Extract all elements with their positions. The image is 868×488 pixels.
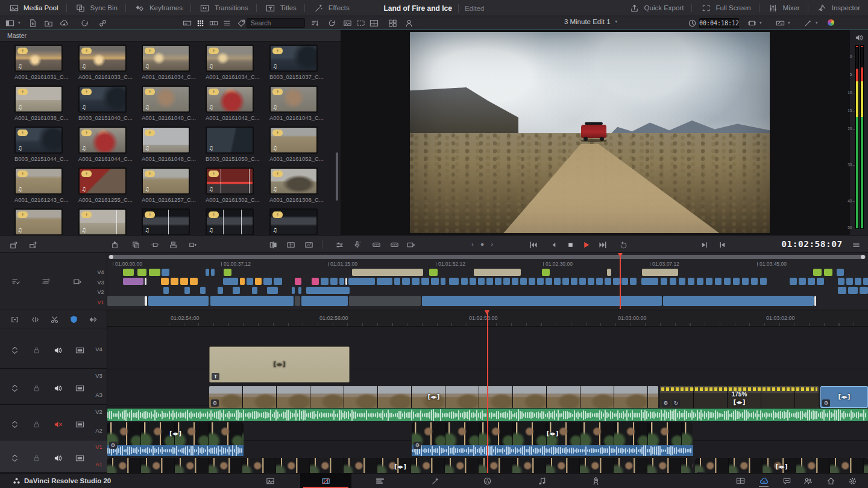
minimap-clip[interactable] [571,278,577,285]
media-clip[interactable]: ↑♫A001_02161257_C... [142,167,190,203]
video-track-label[interactable]: V1 [92,443,106,450]
refresh-button[interactable] [326,17,338,29]
minimap-clip[interactable] [688,278,694,285]
minimap-clip[interactable] [330,278,338,285]
color-wheel-icon[interactable] [827,19,835,27]
thumbnail-view-button[interactable] [194,17,206,29]
filmstrip-icon[interactable] [74,344,86,356]
play-button[interactable] [580,239,592,251]
search-input[interactable] [247,18,305,28]
gear-badge[interactable]: ⚙ [109,442,117,449]
overview-track-label[interactable]: V1 [95,299,106,305]
voiceover-icon[interactable] [351,239,363,251]
lock-icon[interactable] [30,418,42,430]
gear-badge[interactable]: ↻ [672,399,680,407]
minimap-clip[interactable] [240,278,245,285]
timeline-clip-title[interactable]: [◂▸]T [209,346,350,383]
flag-marker-icon[interactable] [87,313,99,325]
minimap-clip[interactable] [200,287,206,294]
clip-thumbnail[interactable]: ↑♫ [142,208,190,235]
speaker-icon[interactable] [52,344,64,356]
utility-button-home[interactable] [822,474,840,488]
media-clip[interactable]: ↑♫A001_02161040_C... [142,86,190,121]
minimap-clip[interactable] [255,278,262,285]
relink-button[interactable] [96,17,108,29]
clip-thumbnail[interactable]: ↑♫ [142,86,190,113]
minimap-clip[interactable] [742,278,749,285]
mute-icon[interactable] [52,418,64,430]
media-clip[interactable]: ↑♫A001_02161302_C... [206,167,254,203]
top-button-titles[interactable]: Titles [257,0,304,16]
minimap-clip[interactable] [848,287,858,294]
page-button-deliver[interactable] [582,474,609,488]
gear-badge[interactable]: ⚙ [822,399,830,407]
timeline-view-options-icon[interactable] [10,275,22,287]
resync-button[interactable] [78,17,90,29]
media-clip[interactable]: ↑♫A001_02161034_C... [142,45,190,80]
minimap-clip[interactable] [706,278,712,285]
minimap-clip[interactable] [760,278,767,285]
minimap-clip[interactable] [642,269,678,276]
minimap-clip[interactable] [190,278,198,285]
media-clip[interactable]: ♫B003_02151050_C... [206,127,254,162]
media-clip[interactable]: ↑♫A001_02161033_C... [78,45,127,80]
minimap-clip[interactable] [184,287,190,294]
chevron-down-icon[interactable]: ▾ [18,20,20,25]
minimap-clip[interactable] [137,269,146,276]
list-view-button[interactable] [221,17,233,29]
minimap-clip[interactable] [123,269,134,276]
audio-track-label[interactable]: A1 [92,461,106,468]
filmstrip-view-button[interactable] [207,17,219,29]
clip-thumbnail[interactable]: ↑♫ [269,208,318,235]
bin-list-toggle[interactable] [4,17,16,29]
stop-button[interactable] [564,239,576,251]
sort-button[interactable] [309,17,321,29]
media-clip[interactable]: ↑♫ [206,208,254,235]
timeline-clip-video[interactable]: [◂▸]⚙ [209,386,658,408]
lock-icon[interactable] [30,382,42,394]
minimap-clip[interactable] [402,278,410,285]
ripple-overwrite-button[interactable] [149,239,161,251]
media-clip[interactable]: ↑♫ [14,208,63,235]
minimap-clip[interactable] [470,278,476,285]
clip-thumbnail[interactable]: ↑♫ [14,127,63,154]
minimap-clip[interactable] [663,296,814,306]
minimap-clip[interactable] [724,278,731,285]
minimap-clip[interactable] [161,278,169,285]
speaker-icon[interactable] [52,382,64,394]
minimap-clip[interactable] [512,278,518,285]
razor-tool-icon[interactable] [48,313,60,325]
minimap-clip[interactable] [846,278,853,285]
minimap-clip[interactable] [838,287,846,294]
top-button-inspector[interactable]: Inspector [808,0,868,16]
media-pool-scrollbar[interactable] [336,152,338,201]
minimap-clip[interactable] [218,287,223,294]
play-clip-icon[interactable] [405,239,417,251]
minimap-clip[interactable] [180,278,188,285]
media-clip[interactable]: ↑♫A001_02161308_C... [269,167,318,203]
clip-thumbnail[interactable]: ↑♫ [78,167,127,195]
timeline-clip-av[interactable]: [◂▸]⚙ [412,422,693,456]
play-around-icon[interactable] [698,239,710,251]
minimap-clip[interactable] [520,278,527,285]
clip-thumbnail[interactable]: ♫ [206,127,254,154]
top-button-keyframes[interactable]: Keyframes [126,0,190,16]
media-clip[interactable]: ↑♫A001_02161243_C... [14,167,63,203]
minimap-clip[interactable] [588,278,594,285]
viewer-options-menu[interactable] [850,239,862,251]
smart-insert-button[interactable] [108,239,121,251]
metadata-view-button[interactable] [181,17,193,29]
minimap-clip[interactable] [145,296,147,306]
clip-thumbnail[interactable]: ↑♫ [142,45,190,72]
timeline-overview-map[interactable]: 01:00:00:0001:00:37:1201:01:15:0001:01:5… [107,253,868,310]
media-clip[interactable]: ↑♫A001_02161048_C... [142,127,190,162]
minimap-clip[interactable] [252,287,257,294]
minimap-clip[interactable] [295,296,300,306]
chevron-down-icon[interactable]: ▾ [760,20,762,25]
minimap-clip[interactable] [863,278,868,285]
source-overwrite-button[interactable] [267,239,279,251]
slip-tool-icon[interactable] [29,313,41,325]
minimap-clip[interactable] [295,278,301,285]
clip-thumbnail[interactable]: ↑♫ [269,45,318,72]
top-button-full-screen[interactable]: Full Screen [692,0,758,16]
